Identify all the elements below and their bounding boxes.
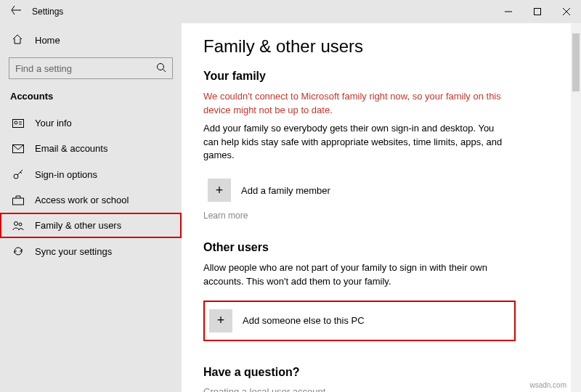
- family-desc: Add your family so everybody gets their …: [203, 122, 508, 163]
- add-family-label: Add a family member: [241, 185, 330, 196]
- question-link[interactable]: Creating a local user account: [203, 386, 559, 392]
- people-icon: [12, 221, 25, 231]
- page-title: Family & other users: [203, 36, 559, 57]
- window-controls: [494, 0, 581, 23]
- sync-icon: [12, 245, 25, 257]
- sidebar-category: Accounts: [0, 88, 182, 110]
- plus-icon: +: [209, 309, 232, 332]
- search-placeholder: Find a setting: [15, 63, 156, 74]
- main-content: Family & other users Your family We coul…: [182, 23, 581, 392]
- sidebar-home-label: Home: [35, 35, 60, 46]
- sidebar-item-email[interactable]: Email & accounts: [0, 136, 182, 161]
- sidebar-item-label: Family & other users: [35, 220, 121, 231]
- briefcase-icon: [12, 195, 25, 205]
- window-title: Settings: [32, 7, 63, 17]
- svg-point-3: [15, 121, 17, 124]
- sidebar-item-signin[interactable]: Sign-in options: [0, 161, 182, 187]
- sidebar-item-sync[interactable]: Sync your settings: [0, 238, 182, 264]
- sidebar-item-label: Sign-in options: [35, 169, 97, 180]
- sidebar: Home Find a setting Accounts Your info E…: [0, 23, 182, 392]
- plus-icon: +: [208, 179, 231, 202]
- key-icon: [12, 168, 25, 180]
- sidebar-item-your-info[interactable]: Your info: [0, 110, 182, 136]
- sidebar-item-label: Email & accounts: [35, 143, 107, 154]
- svg-point-7: [15, 221, 18, 225]
- sidebar-item-label: Sync your settings: [35, 246, 112, 257]
- svg-rect-6: [13, 198, 24, 205]
- scrollbar-thumb[interactable]: [572, 33, 580, 91]
- search-input[interactable]: Find a setting: [9, 57, 173, 79]
- maximize-button[interactable]: [523, 0, 552, 23]
- close-button[interactable]: [552, 0, 581, 23]
- other-users-heading: Other users: [203, 241, 559, 254]
- vertical-scrollbar[interactable]: [571, 23, 581, 392]
- home-icon: [12, 33, 25, 47]
- learn-more-link[interactable]: Learn more: [203, 211, 559, 221]
- minimize-button[interactable]: [494, 0, 523, 23]
- sidebar-item-work[interactable]: Access work or school: [0, 187, 182, 213]
- add-other-user-label: Add someone else to this PC: [243, 315, 365, 326]
- svg-rect-0: [535, 9, 541, 15]
- question-heading: Have a question?: [203, 366, 559, 379]
- watermark: wsadn.com: [529, 381, 566, 389]
- family-error: We couldn't connect to Microsoft family …: [203, 90, 508, 118]
- svg-point-1: [158, 63, 164, 70]
- person-card-icon: [12, 119, 25, 128]
- sidebar-item-label: Access work or school: [35, 195, 129, 205]
- family-heading: Your family: [203, 70, 559, 83]
- back-button[interactable]: [7, 5, 25, 18]
- svg-point-8: [19, 223, 22, 226]
- sidebar-item-family[interactable]: Family & other users: [0, 213, 182, 238]
- other-users-desc: Allow people who are not part of your fa…: [203, 261, 508, 289]
- search-icon: [156, 62, 166, 75]
- sidebar-item-label: Your info: [35, 118, 72, 128]
- sidebar-home[interactable]: Home: [0, 28, 182, 53]
- mail-icon: [12, 144, 25, 153]
- add-other-user-button[interactable]: + Add someone else to this PC: [203, 301, 516, 341]
- add-family-member-button[interactable]: + Add a family member: [203, 174, 559, 206]
